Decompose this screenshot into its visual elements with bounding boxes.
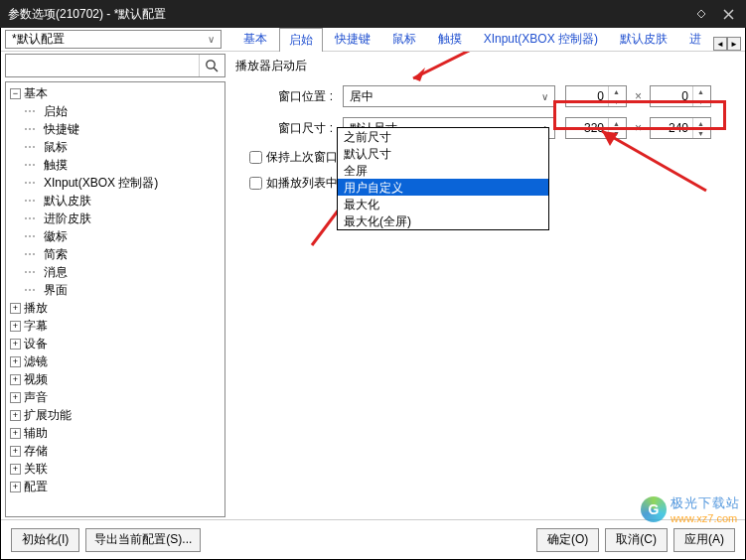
tree-item[interactable]: ⋯XInput(XBOX 控制器) [6,174,224,192]
spin-up-icon[interactable]: ▲ [693,118,708,128]
times-icon: × [635,121,642,135]
search-icon [205,59,220,73]
tree-group[interactable]: +滤镜 [6,352,224,370]
tab-scroll-left-icon[interactable]: ◄ [713,37,727,51]
tab-skin[interactable]: 默认皮肤 [610,27,677,51]
pos-x-spinner[interactable]: ▲▼ [565,85,627,107]
if-playlist-checkbox[interactable] [249,177,262,190]
size-option[interactable]: 之前尺寸 [338,128,548,145]
watermark-url: www.xz7.com [671,512,740,524]
pos-y-input[interactable] [651,89,692,103]
times-icon: × [635,89,642,103]
tab-xinput[interactable]: XInput(XBOX 控制器) [474,27,608,51]
tree-item[interactable]: ⋯简索 [6,245,224,263]
pos-y-spinner[interactable]: ▲▼ [650,85,711,107]
spin-down-icon[interactable]: ▼ [693,128,708,138]
size-h-input[interactable] [651,121,692,135]
config-select[interactable]: *默认配置 ∨ [5,30,222,49]
spin-up-icon[interactable]: ▲ [693,86,708,96]
tab-basic[interactable]: 基本 [233,27,277,51]
search-row [5,54,225,77]
ok-button[interactable]: 确定(O) [536,528,599,552]
tree-item[interactable]: ⋯鼠标 [6,138,224,156]
chevron-down-icon: ∨ [208,34,215,45]
tree-item[interactable]: ⋯界面 [6,281,224,299]
win-pos-label: 窗口位置 : [235,88,343,105]
expand-icon[interactable]: + [10,356,21,367]
spin-down-icon[interactable]: ▼ [693,96,708,106]
collapse-icon[interactable]: − [10,88,21,99]
expand-icon[interactable]: + [10,339,21,350]
tree-item[interactable]: ⋯默认皮肤 [6,192,224,210]
tree-group[interactable]: +存储 [6,442,224,460]
size-dropdown[interactable]: 之前尺寸 默认尺寸 全屏 用户自定义 最大化 最大化(全屏) [337,127,549,230]
pos-x-input[interactable] [566,89,608,103]
init-button[interactable]: 初始化(I) [11,528,79,552]
tab-mouse[interactable]: 鼠标 [382,27,426,51]
watermark: G 极光下载站 www.xz7.com [641,494,740,524]
apply-button[interactable]: 应用(A) [673,528,735,552]
size-w-input[interactable] [566,121,608,135]
cancel-button[interactable]: 取消(C) [605,528,668,552]
spin-up-icon[interactable]: ▲ [609,86,624,96]
expand-icon[interactable]: + [10,303,21,314]
tab-strip: 基本 启始 快捷键 鼠标 触摸 XInput(XBOX 控制器) 默认皮肤 进 … [225,28,745,51]
expand-icon[interactable]: + [10,428,21,439]
config-select-value: *默认配置 [12,31,65,48]
expand-icon[interactable]: + [10,392,21,403]
tree-group[interactable]: +字幕 [6,317,224,335]
tab-start[interactable]: 启始 [279,28,323,52]
spin-down-icon[interactable]: ▼ [609,96,624,106]
tree[interactable]: −基本 ⋯启始 ⋯快捷键 ⋯鼠标 ⋯触摸 ⋯XInput(XBOX 控制器) ⋯… [5,81,225,517]
tree-item[interactable]: ⋯快捷键 [6,120,224,138]
tree-item[interactable]: ⋯触摸 [6,156,224,174]
size-h-spinner[interactable]: ▲▼ [650,117,711,139]
search-button[interactable] [199,55,224,76]
expand-icon[interactable]: + [10,446,21,457]
tab-hotkey[interactable]: 快捷键 [325,27,380,51]
content-panel: 播放器启动后 窗口位置 : 居中 ∨ ▲▼ × ▲▼ 窗口尺寸 : 默认尺寸 [229,52,745,519]
size-option[interactable]: 最大化(全屏) [338,212,548,229]
pin-icon[interactable] [690,4,710,24]
window-title: 参数选项(210702) - *默认配置 [8,6,690,23]
tab-touch[interactable]: 触摸 [428,27,472,51]
tree-root[interactable]: −基本 [6,84,224,102]
expand-icon[interactable]: + [10,482,21,492]
window-controls [690,4,738,24]
chevron-down-icon: ∨ [541,91,548,102]
expand-icon[interactable]: + [10,464,21,475]
tree-group[interactable]: +视频 [6,370,224,388]
tab-scroll-right-icon[interactable]: ► [727,37,741,51]
tree-group[interactable]: +关联 [6,460,224,478]
tree-group[interactable]: +声音 [6,388,224,406]
expand-icon[interactable]: + [10,410,21,421]
tree-group[interactable]: +辅助 [6,424,224,442]
search-input[interactable] [6,55,199,76]
tree-item[interactable]: ⋯进阶皮肤 [6,210,224,227]
win-pos-select[interactable]: 居中 ∨ [343,85,555,107]
tree-item[interactable]: ⋯启始 [6,102,224,120]
tree-group[interactable]: +设备 [6,335,224,352]
spin-down-icon[interactable]: ▼ [609,128,624,138]
spin-up-icon[interactable]: ▲ [609,118,624,128]
size-option[interactable]: 最大化 [338,196,548,212]
tab-more[interactable]: 进 [679,27,711,51]
size-w-spinner[interactable]: ▲▼ [565,117,627,139]
watermark-text: 极光下载站 [671,494,740,512]
size-option-selected[interactable]: 用户自定义 [338,179,548,196]
size-option[interactable]: 默认尺寸 [338,145,548,162]
tree-group[interactable]: +播放 [6,299,224,317]
expand-icon[interactable]: + [10,374,21,385]
keep-last-checkbox[interactable] [249,151,262,164]
close-icon[interactable] [718,4,738,24]
tree-item[interactable]: ⋯消息 [6,263,224,281]
tree-item[interactable]: ⋯徽标 [6,227,224,245]
expand-icon[interactable]: + [10,321,21,332]
tree-group[interactable]: +配置 [6,478,224,495]
size-option[interactable]: 全屏 [338,162,548,179]
export-button[interactable]: 导出当前配置(S)... [85,528,201,552]
svg-line-1 [214,68,218,71]
win-pos-value: 居中 [350,88,373,105]
tree-group[interactable]: +扩展功能 [6,406,224,424]
group-title: 播放器启动后 [235,58,735,74]
